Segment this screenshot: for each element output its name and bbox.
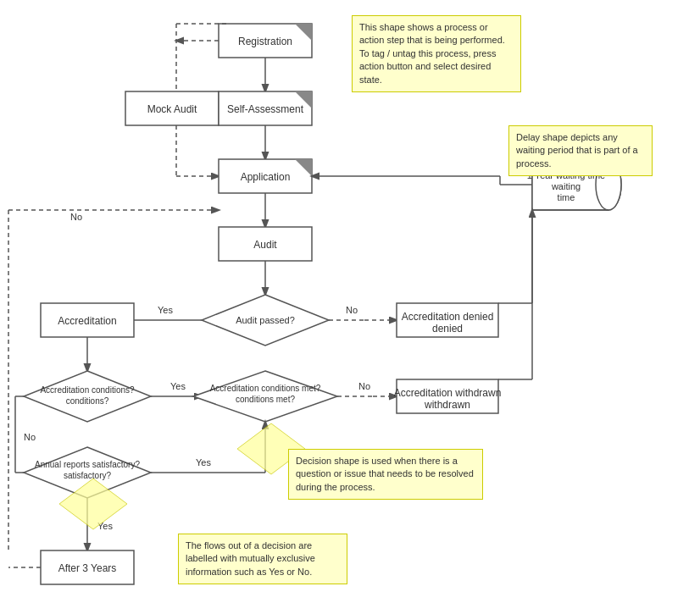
flows-tooltip: The flows out of a decision are labelled… [178,534,347,584]
audit-label: Audit [253,239,277,251]
svg-text:time: time [558,192,575,202]
yes-label-2: Yes [170,381,186,391]
svg-text:waiting: waiting [551,181,581,191]
accreditation-denied-label2: denied [432,323,463,335]
registration-label: Registration [238,36,292,47]
annual-reports-label2: satisfactory? [64,471,112,480]
accreditation-withdrawn-label2: withdrawn [424,399,470,411]
decision-tooltip: Decision shape is used when there is a q… [288,449,483,500]
application-label: Application [241,171,291,183]
accreditation-conditions-met-label2: conditions met? [236,395,295,404]
accreditation-denied-label: Accreditation denied [402,311,494,323]
accreditation-conditions-met-label: Accreditation conditions met? [210,384,321,393]
yes-label-1: Yes [158,305,173,315]
process-tooltip: This shape shows a process or action ste… [352,15,521,92]
accreditation-label: Accreditation [58,315,116,327]
yes-label-3: Yes [196,457,211,467]
delay-tooltip: Delay shape depicts any waiting period t… [508,125,653,176]
no-label-3: No [24,432,36,442]
process-tooltip-text: This shape shows a process or action ste… [359,22,505,85]
mock-audit-label: Mock Audit [147,103,197,115]
decision-tooltip-text: Decision shape is used when there is a q… [296,456,474,492]
delay-tooltip-text: Delay shape depicts any waiting period t… [516,132,638,169]
self-assessment-label: Self-Assessment [227,103,304,115]
no-label-2: No [358,381,370,391]
accreditation-conditions-label: Accreditation conditions? [40,385,135,395]
no-label-1: No [346,305,358,315]
annual-reports-label: Annual reports satisfactory? [35,460,140,469]
audit-passed-label: Audit passed? [236,315,295,325]
accreditation-conditions-label2: conditions? [66,396,109,406]
no-label-outer: No [70,212,82,222]
accreditation-withdrawn-label: Accreditation withdrawn [394,387,502,399]
after-years-label: After 3 Years [58,562,117,574]
flows-tooltip-text: The flows out of a decision are labelled… [186,540,315,577]
